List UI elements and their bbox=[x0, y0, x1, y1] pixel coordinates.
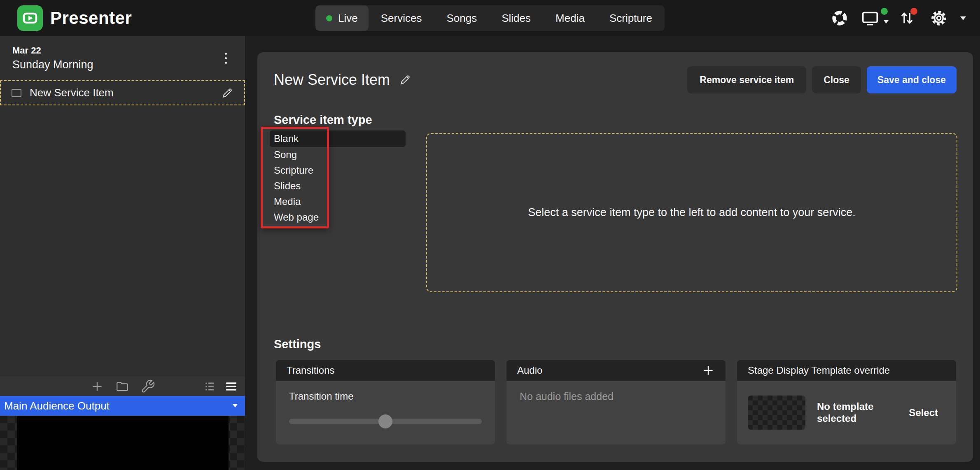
template-empty-text: No template selected bbox=[817, 401, 888, 425]
topbar: Presenter Live Services Songs Slides Med… bbox=[0, 0, 980, 36]
output-preview-screen bbox=[17, 416, 229, 470]
audio-card-title: Audio bbox=[517, 365, 542, 376]
tab-scripture[interactable]: Scripture bbox=[597, 5, 665, 31]
service-sidebar: Mar 22 Sunday Morning New Service Item bbox=[0, 36, 245, 470]
add-audio-button[interactable] bbox=[702, 364, 715, 377]
save-and-close-button[interactable]: Save and close bbox=[867, 66, 957, 93]
editor-title: New Service Item bbox=[274, 71, 390, 88]
type-option-media[interactable]: Media bbox=[257, 194, 426, 209]
type-option-slides[interactable]: Slides bbox=[257, 178, 426, 194]
output-preview bbox=[0, 416, 245, 470]
template-thumbnail bbox=[748, 396, 805, 430]
editor-title-wrap: New Service Item bbox=[274, 71, 411, 88]
add-item-button[interactable] bbox=[90, 379, 104, 393]
folder-button[interactable] bbox=[115, 379, 130, 394]
transitions-card: Transitions Transition time bbox=[276, 360, 495, 444]
close-button[interactable]: Close bbox=[812, 66, 861, 93]
app-logo: Presenter bbox=[0, 5, 132, 31]
item-checkbox[interactable] bbox=[12, 89, 21, 97]
tab-label: Services bbox=[381, 12, 422, 25]
tab-label: Scripture bbox=[609, 12, 652, 25]
transitions-card-title: Transitions bbox=[287, 365, 334, 376]
topbar-actions bbox=[831, 9, 980, 27]
type-option-blank[interactable]: Blank bbox=[270, 130, 406, 147]
output-selector-caret-icon bbox=[233, 404, 238, 407]
settings-button[interactable] bbox=[930, 9, 948, 27]
service-header: Mar 22 Sunday Morning bbox=[0, 36, 245, 80]
stage-card-header: Stage Display Template override bbox=[737, 360, 956, 381]
content-placeholder-text: Select a service item type to the left t… bbox=[528, 206, 855, 219]
output-selector-label: Main Audience Output bbox=[4, 400, 110, 412]
service-item-type-list: Blank Song Scripture Slides Media Web pa… bbox=[257, 130, 426, 225]
stage-template-card: Stage Display Template override No templ… bbox=[737, 360, 956, 444]
transfer-alert-dot bbox=[910, 8, 917, 15]
settings-cards: Transitions Transition time Audio bbox=[276, 360, 956, 444]
type-option-web-page[interactable]: Web page bbox=[257, 209, 426, 225]
audio-card: Audio No audio files added bbox=[506, 360, 726, 444]
editor-header: New Service Item Remove service item Clo… bbox=[274, 66, 957, 94]
service-menu-button[interactable] bbox=[222, 49, 230, 67]
service-item-editor: New Service Item Remove service item Clo… bbox=[257, 52, 973, 462]
transitions-card-body: Transition time bbox=[276, 381, 495, 444]
transitions-card-header: Transitions bbox=[276, 360, 495, 381]
list-view-button[interactable] bbox=[204, 379, 218, 393]
type-section-heading: Service item type bbox=[274, 113, 372, 127]
tab-label: Slides bbox=[502, 12, 531, 25]
type-option-scripture[interactable]: Scripture bbox=[257, 163, 426, 178]
presenter-logo-icon bbox=[17, 5, 43, 31]
audio-empty-text: No audio files added bbox=[520, 391, 712, 403]
transition-time-label: Transition time bbox=[289, 391, 482, 402]
tab-live[interactable]: Live bbox=[315, 5, 369, 31]
audio-card-body: No audio files added bbox=[506, 381, 726, 444]
settings-caret-icon[interactable] bbox=[960, 16, 966, 20]
editor-actions: Remove service item Close Save and close bbox=[687, 66, 957, 93]
connections-icon[interactable] bbox=[831, 9, 848, 27]
transfer-button[interactable] bbox=[898, 9, 916, 27]
service-meta: Mar 22 Sunday Morning bbox=[12, 45, 93, 71]
tab-label: Songs bbox=[446, 12, 477, 25]
stage-card-body: No template selected Select bbox=[737, 381, 956, 444]
content-placeholder: Select a service item type to the left t… bbox=[426, 133, 957, 292]
output-active-dot bbox=[881, 8, 888, 15]
transition-time-slider-thumb[interactable] bbox=[378, 414, 392, 428]
tab-songs[interactable]: Songs bbox=[434, 5, 489, 31]
outputs-button[interactable] bbox=[861, 9, 886, 27]
outputs-caret-icon bbox=[884, 20, 889, 23]
compact-view-button[interactable] bbox=[224, 379, 238, 393]
tools-button[interactable] bbox=[140, 379, 155, 394]
sidebar-toolbar bbox=[0, 377, 245, 396]
service-name: Sunday Morning bbox=[12, 58, 93, 71]
edit-item-icon[interactable] bbox=[221, 87, 233, 99]
tab-label: Live bbox=[338, 12, 358, 25]
live-indicator-dot bbox=[326, 15, 332, 21]
tab-label: Media bbox=[555, 12, 585, 25]
tab-slides[interactable]: Slides bbox=[489, 5, 543, 31]
tab-services[interactable]: Services bbox=[369, 5, 434, 31]
service-item-row[interactable]: New Service Item bbox=[0, 80, 245, 105]
content-area: New Service Item Remove service item Clo… bbox=[245, 36, 980, 470]
view-toggle-group bbox=[204, 377, 238, 396]
audio-card-header: Audio bbox=[506, 360, 726, 381]
service-date: Mar 22 bbox=[12, 45, 93, 56]
stage-card-title: Stage Display Template override bbox=[748, 365, 890, 376]
settings-heading: Settings bbox=[274, 337, 321, 351]
main-nav: Live Services Songs Slides Media Scriptu… bbox=[315, 5, 665, 31]
service-list-empty-area bbox=[0, 105, 245, 377]
select-template-button[interactable]: Select bbox=[901, 403, 945, 423]
output-selector[interactable]: Main Audience Output bbox=[0, 396, 245, 416]
type-option-song[interactable]: Song bbox=[257, 147, 426, 163]
app-title: Presenter bbox=[50, 8, 132, 28]
transition-time-slider[interactable] bbox=[289, 414, 482, 428]
service-item-label: New Service Item bbox=[30, 86, 114, 99]
tab-media[interactable]: Media bbox=[543, 5, 597, 31]
main-row: Mar 22 Sunday Morning New Service Item bbox=[0, 36, 980, 470]
edit-title-icon[interactable] bbox=[399, 74, 411, 86]
remove-service-item-button[interactable]: Remove service item bbox=[687, 66, 806, 93]
app-root: Presenter Live Services Songs Slides Med… bbox=[0, 0, 980, 470]
